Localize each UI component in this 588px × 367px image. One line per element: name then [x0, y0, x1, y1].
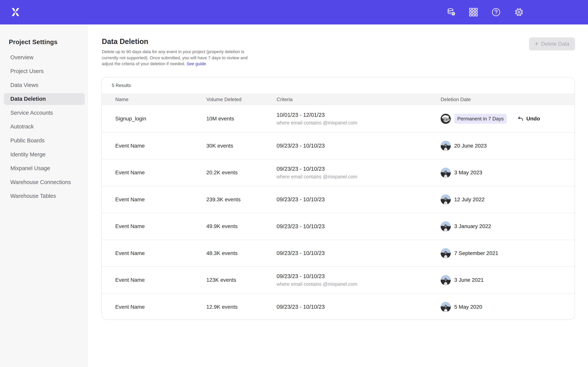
event-name-cell: Signup_login: [115, 105, 146, 132]
sidebar-item-label: Project Users: [10, 68, 44, 74]
column-header-deletion-date: Deletion Date: [441, 93, 471, 105]
sidebar-item-autotrack[interactable]: Autotrack: [4, 121, 85, 133]
sidebar-item-data-views[interactable]: Data Views: [4, 79, 85, 91]
settings-gear-icon[interactable]: [515, 8, 524, 17]
sidebar-item-label: Identity Merge: [10, 151, 45, 158]
deletion-date: 5 May 2020: [454, 304, 482, 310]
event-name-cell: Event Name: [115, 267, 145, 293]
deletion-date-cell: 3 May 2023: [441, 159, 482, 186]
table-row: Event Name 12.9K events 09/23/23 - 10/10…: [102, 293, 575, 320]
criteria-subtext: where email contains @mixpanel.com: [277, 174, 357, 179]
undo-button[interactable]: Undo: [517, 116, 540, 122]
table-row: Event Name 239.3K events 09/23/23 - 10/1…: [102, 186, 575, 213]
table-row: Event Name 123K events 09/23/23 - 10/10/…: [102, 267, 575, 293]
criteria-date-range: 10/01/23 - 12/01/23: [277, 112, 357, 118]
help-icon[interactable]: [492, 8, 501, 17]
avatar-photo: [441, 302, 451, 312]
avatar-photo: [441, 248, 451, 258]
sidebar-item-label: Overview: [10, 54, 34, 61]
event-name-cell: Event Name: [115, 294, 145, 320]
avatar-photo: [441, 275, 451, 285]
undo-label: Undo: [526, 116, 540, 122]
volume-deleted-cell: 12.9K events: [206, 294, 238, 320]
volume-deleted-cell: 239.3K events: [206, 186, 241, 213]
sidebar-item-mixpanel-usage[interactable]: Mixpanel Usage: [4, 162, 85, 174]
table-body: Signup_login 10M events 10/01/23 - 12/01…: [102, 105, 575, 320]
sidebar-item-data-deletion[interactable]: Data Deletion: [4, 93, 85, 105]
criteria-date-range: 09/23/23 - 10/10/23: [277, 223, 325, 230]
criteria-cell: 09/23/23 - 10/10/23: [277, 240, 325, 267]
sidebar-item-label: Service Accounts: [10, 110, 53, 116]
sidebar-item-label: Autotrack: [10, 124, 34, 130]
apps-grid-icon[interactable]: [469, 8, 478, 17]
criteria-cell: 09/23/23 - 10/10/23: [277, 133, 325, 159]
column-header-name: Name: [115, 93, 129, 105]
event-name-cell: Event Name: [115, 240, 145, 267]
sidebar-item-label: Data Deletion: [10, 96, 46, 102]
criteria-cell: 09/23/23 - 10/10/23 where email contains…: [277, 159, 357, 186]
description-line-2: currently not supported). Once submitted…: [102, 55, 248, 60]
avatar-photo: [441, 141, 451, 151]
topbar: [0, 0, 588, 25]
criteria-date-range: 09/23/23 - 10/10/23: [277, 273, 357, 279]
deletion-date: 3 January 2022: [454, 223, 491, 229]
volume-deleted-cell: 49.9K events: [206, 213, 238, 240]
sidebar-item-identity-merge[interactable]: Identity Merge: [4, 149, 85, 160]
sidebar-item-warehouse-connections[interactable]: Warehouse Connections: [4, 176, 85, 188]
criteria-subtext: where email contains @mixpanel.com: [277, 120, 357, 125]
criteria-cell: 09/23/23 - 10/10/23: [277, 294, 325, 320]
volume-deleted-cell: 48.3K events: [206, 240, 238, 267]
sidebar-item-service-accounts[interactable]: Service Accounts: [4, 107, 85, 119]
criteria-date-range: 09/23/23 - 10/10/23: [277, 166, 357, 172]
page-description: Delete up to 90 days data for any event …: [102, 49, 248, 67]
criteria-cell: 10/01/23 - 12/01/23 where email contains…: [277, 105, 357, 132]
volume-deleted-cell: 123K events: [206, 267, 236, 293]
status-chip: Permanent in 7 Days: [454, 114, 507, 124]
sidebar-item-label: Warehouse Connections: [10, 179, 71, 185]
sidebar-item-project-users[interactable]: Project Users: [4, 65, 85, 77]
column-header-criteria: Criteria: [277, 93, 293, 105]
avatar-photo: [441, 194, 451, 205]
sidebar-nav: Overview Project Users Data Views Data D…: [4, 51, 85, 204]
description-line-1: Delete up to 90 days data for any event …: [102, 49, 244, 54]
results-count: 5 Results: [102, 77, 575, 93]
deletion-date: 7 September 2021: [454, 250, 498, 256]
criteria-subtext: where email contains @mixpanel.com: [277, 281, 357, 287]
criteria-cell: 09/23/23 - 10/10/23: [277, 213, 325, 240]
sidebar-title: Project Settings: [9, 38, 57, 46]
avatar-photo: [441, 168, 451, 178]
criteria-date-range: 09/23/23 - 10/10/23: [277, 142, 325, 149]
deletion-date-cell: 20 June 2023: [441, 133, 487, 159]
table-header: Name Volume Deleted Criteria Deletion Da…: [102, 93, 575, 105]
criteria-date-range: 09/23/23 - 10/10/23: [277, 304, 325, 310]
event-name-cell: Event Name: [115, 159, 145, 186]
mixpanel-logo-icon[interactable]: [11, 8, 20, 16]
deletion-date: 3 June 2021: [454, 277, 484, 283]
table-row: Event Name 48.3K events 09/23/23 - 10/10…: [102, 240, 575, 267]
deletion-date: 20 June 2023: [454, 143, 487, 149]
description-line-3: adjust the criteria of your deletion if …: [102, 61, 185, 66]
deletion-date: 12 July 2022: [454, 197, 485, 203]
sidebar-item-label: Public Boards: [10, 137, 45, 144]
sidebar-item-label: Warehouse Tables: [10, 193, 56, 199]
deletion-date-cell: 3 January 2022: [441, 213, 491, 240]
sidebar-item-warehouse-tables[interactable]: Warehouse Tables: [4, 190, 85, 202]
criteria-cell: 09/23/23 - 10/10/23 where email contains…: [277, 267, 357, 293]
criteria-date-range: 09/23/23 - 10/10/23: [277, 250, 325, 256]
page-title: Data Deletion: [102, 38, 148, 45]
sidebar-item-overview[interactable]: Overview: [4, 51, 85, 63]
plus-icon: +: [535, 40, 539, 47]
deletion-date-cell: 7 September 2021: [441, 240, 498, 267]
results-card: 5 Results Name Volume Deleted Criteria D…: [101, 77, 575, 320]
deletion-date-cell: 3 June 2021: [441, 267, 484, 293]
sidebar-item-public-boards[interactable]: Public Boards: [4, 135, 85, 147]
avatar-mascot: [441, 114, 451, 124]
see-guide-link[interactable]: See guide: [187, 61, 206, 66]
volume-deleted-cell: 30K events: [206, 133, 233, 159]
table-row: Signup_login 10M events 10/01/23 - 12/01…: [102, 105, 575, 132]
sidebar-item-label: Data Views: [10, 82, 38, 88]
data-management-icon[interactable]: [447, 8, 456, 17]
column-header-volume: Volume Deleted: [206, 93, 242, 105]
deletion-date: 3 May 2023: [454, 170, 482, 176]
delete-data-button[interactable]: + Delete Data: [529, 37, 575, 50]
